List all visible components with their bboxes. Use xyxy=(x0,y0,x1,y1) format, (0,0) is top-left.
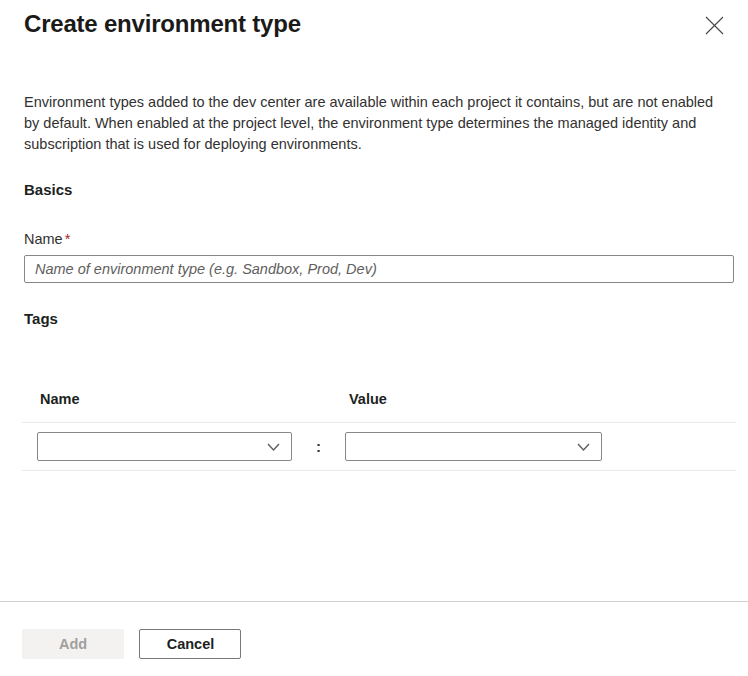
tags-column-header-name: Name xyxy=(40,389,349,409)
dialog-footer: Add Cancel xyxy=(0,601,748,676)
tags-column-header-value: Value xyxy=(349,389,387,409)
tag-value-dropdown[interactable] xyxy=(345,432,602,461)
dialog-header: Create environment type xyxy=(0,0,748,40)
tag-name-dropdown[interactable] xyxy=(37,432,292,461)
name-label: Name* xyxy=(24,229,724,249)
page-title: Create environment type xyxy=(24,8,301,40)
tags-table-header: Name Value xyxy=(22,389,736,423)
tags-table: Name Value : xyxy=(22,389,736,471)
close-icon xyxy=(705,16,724,35)
required-asterisk: * xyxy=(65,231,71,247)
create-environment-type-dialog: Create environment type Environment type… xyxy=(0,0,748,676)
dialog-description: Environment types added to the dev cente… xyxy=(24,92,732,155)
add-button[interactable]: Add xyxy=(22,629,124,659)
chevron-down-icon xyxy=(267,443,280,452)
cancel-button[interactable]: Cancel xyxy=(139,629,241,659)
tag-separator: : xyxy=(316,438,321,455)
name-label-text: Name xyxy=(24,231,63,247)
name-input[interactable] xyxy=(24,255,734,283)
tag-row: : xyxy=(22,423,736,471)
basics-heading: Basics xyxy=(24,180,724,200)
close-button[interactable] xyxy=(701,12,728,39)
tags-heading: Tags xyxy=(24,309,724,329)
chevron-down-icon xyxy=(577,443,590,452)
